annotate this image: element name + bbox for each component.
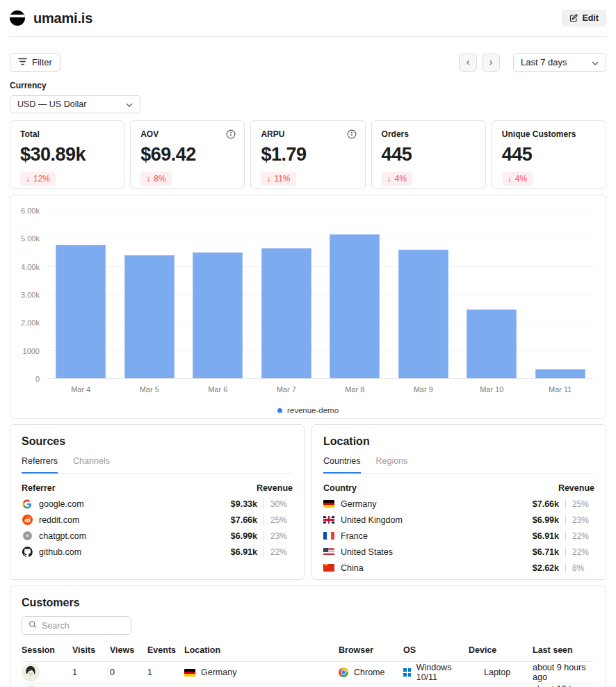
column-events: Events [147,645,184,655]
currency-section: Currency USD — US Dollar [10,81,606,113]
referrer-revenue: $6.99k [231,531,257,541]
x-axis-label: Mar 7 [252,385,321,394]
country-row[interactable]: China $2.62k 8% [323,560,594,576]
chart-legend[interactable]: revenue-demo [10,406,606,414]
metric-label: AOV [140,129,234,139]
y-axis-tick: 5.00k [21,234,40,243]
google-favicon-icon [22,499,33,510]
change-badge: ↓4% [382,172,412,186]
filter-button[interactable]: Filter [10,53,60,72]
chart-bar[interactable] [261,248,311,378]
next-period-button[interactable]: › [482,54,500,72]
chart-x-labels: Mar 4Mar 5Mar 6Mar 7Mar 8Mar 9Mar 10Mar … [47,385,606,394]
chevron-down-icon [126,99,133,109]
country-row[interactable]: United States $6.71k 22% [323,544,594,560]
reddit-favicon-icon [22,515,33,526]
country-row[interactable]: France $6.91k 22% [323,528,594,544]
previous-period-button[interactable]: ‹ [459,54,477,72]
chart-y-axis: 6.00k5.00k4.00k3.00k2.00k10000 [10,211,47,379]
tab-channels[interactable]: Channels [73,456,110,473]
column-browser: Browser [339,645,403,655]
customers-panel: Customers Session Visits Views Events Lo… [10,585,606,687]
github-favicon-icon [22,547,33,558]
change-percent: 8% [154,174,165,184]
referrer-row[interactable]: ✳ chatgpt.com $6.99k 23% [22,528,293,544]
tab-regions[interactable]: Regions [376,456,408,473]
windows-icon [403,668,411,677]
info-icon[interactable] [347,129,357,141]
metric-value: 445 [502,144,596,165]
chart-bar[interactable] [330,234,380,378]
change-badge: ↓4% [502,172,533,186]
currency-select[interactable]: USD — US Dollar [10,95,140,113]
legend-dot-icon [277,408,282,413]
chart-bar[interactable] [124,255,175,378]
country-revenue: $6.91k [533,531,559,541]
header: umami.is Edit [10,0,606,37]
referrer-name[interactable]: chatgpt.com [39,531,231,541]
location-value: Germany [201,668,236,677]
customers-search[interactable] [22,616,131,635]
avatar[interactable] [22,663,40,681]
country-name[interactable]: France [341,531,533,541]
referrer-row[interactable]: google.com $9.33k 30% [22,496,293,512]
date-range-select[interactable]: Last 7 days [513,53,606,72]
flag-china-icon [323,564,334,572]
location-title: Location [323,435,594,448]
country-row[interactable]: Germany $7.66k 25% [323,496,594,512]
revenue-chart-panel: 6.00k5.00k4.00k3.00k2.00k10000 Mar 4Mar … [10,195,606,419]
date-range-value: Last 7 days [521,57,567,67]
customer-row[interactable]: 1 0 1 China Safari Android Desktop about… [22,684,594,687]
chart-bar[interactable] [193,252,243,378]
referrer-revenue: $6.91k [231,547,257,557]
country-name[interactable]: China [341,563,533,573]
currency-label: Currency [10,81,606,90]
chart-bar[interactable] [535,369,585,378]
referrer-revenue: $9.33k [231,499,257,509]
events-value: 1 [147,668,184,677]
country-percent: 22% [572,547,594,557]
search-input[interactable] [42,621,124,631]
umami-logo-icon [10,10,25,26]
views-value: 0 [110,668,147,677]
customers-table: Session Visits Views Events Location Bro… [22,645,594,687]
change-badge: ↓11% [261,172,295,186]
divider [565,531,566,541]
country-name[interactable]: United Kingdom [341,515,533,525]
edit-pencil-icon [569,14,578,22]
flag-united-states-icon [323,548,334,556]
tab-referrers[interactable]: Referrers [22,456,58,474]
column-views: Views [110,645,147,655]
referrer-percent: 22% [270,547,293,557]
country-percent: 8% [572,563,594,573]
info-icon[interactable] [226,129,236,141]
flag-germany-icon [323,500,334,508]
x-axis-label: Mar 6 [184,385,252,394]
chart-bar[interactable] [398,250,448,378]
divider [264,515,264,525]
tab-countries[interactable]: Countries [323,456,361,474]
referrer-name[interactable]: google.com [39,499,231,509]
metric-cards: Total $30.89k ↓12% AOV $69.42 ↓8% ARPU $… [10,120,606,189]
referrer-percent: 30% [270,499,293,509]
chart-bar[interactable] [56,245,106,378]
country-name[interactable]: Germany [341,499,533,509]
country-row[interactable]: United Kingdom $6.99k 23% [323,512,594,528]
referrer-revenue: $7.66k [231,515,257,525]
referrer-row[interactable]: reddit.com $7.66k 25% [22,512,293,528]
referrer-name[interactable]: reddit.com [39,515,231,525]
country-name[interactable]: United States [341,547,533,557]
arrow-down-icon: ↓ [266,174,270,184]
metric-card-total: Total $30.89k ↓12% [10,120,124,189]
chatgpt-favicon-icon: ✳ [22,531,33,542]
edit-button[interactable]: Edit [562,10,606,26]
customer-row[interactable]: 1 0 1 Germany Chrome Windows 10/11 Lapto… [22,662,594,684]
chart-bar[interactable] [467,309,517,378]
referrer-name[interactable]: github.com [39,547,231,557]
referrer-row[interactable]: github.com $6.91k 22% [22,544,293,560]
change-percent: 11% [274,174,290,184]
svg-text:✳: ✳ [25,533,29,539]
column-location: Location [184,645,339,655]
location-panel: Location Countries Regions Country Reven… [311,424,606,580]
y-axis-tick: 3.00k [21,291,40,299]
